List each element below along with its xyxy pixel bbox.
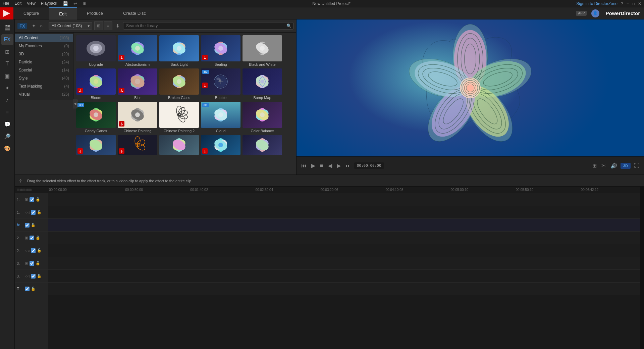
track-2-video-lock[interactable]: 🔓 <box>36 236 40 240</box>
track-1-video-checkbox[interactable] <box>30 197 34 202</box>
toolbar-icon-3[interactable]: ⚙ <box>83 1 87 6</box>
filter-particle[interactable]: Particle (24) <box>15 58 73 66</box>
menu-playback[interactable]: Playback <box>41 1 57 6</box>
3d-toggle[interactable]: 3D <box>621 163 631 169</box>
download-icon[interactable]: ⬇ <box>114 22 121 29</box>
effect-back-light[interactable]: Back Light <box>159 35 199 66</box>
effect-abstractionism[interactable]: Abstractionism <box>118 35 157 66</box>
effect-upgrade[interactable]: Upgrade <box>76 35 116 66</box>
effect-black-and-white[interactable]: Black and White <box>243 35 282 66</box>
top-section: FX ✦ ○ All Content (108) ▼ ⊞ ≡ ⬇ <box>15 19 644 174</box>
effect-row4-2[interactable] <box>118 135 157 155</box>
preview-end[interactable]: ⏭ <box>344 161 352 170</box>
filter-all-content[interactable]: All Content (108) <box>15 34 73 42</box>
sidebar-titles[interactable]: T <box>1 58 13 69</box>
track-1-video-lock[interactable]: 🔓 <box>36 197 40 202</box>
content-filter-dropdown[interactable]: All Content (108) <box>49 22 92 30</box>
sidebar-subtitle[interactable]: 💬 <box>1 119 13 130</box>
effect-row4-3[interactable] <box>159 135 199 155</box>
minimize-icon[interactable]: − <box>627 1 629 6</box>
track-3-video-row <box>48 257 640 270</box>
tab-edit[interactable]: Edit <box>49 7 76 19</box>
track-3-video-lock[interactable]: 🔓 <box>36 261 40 265</box>
effect-bloom[interactable]: Bloom <box>76 68 116 100</box>
menu-view[interactable]: View <box>27 1 36 6</box>
track-1-audio-lock[interactable]: 🔓 <box>37 210 42 214</box>
track-text-checkbox[interactable] <box>25 287 30 291</box>
sidebar-media[interactable]: 🎬 <box>1 22 13 33</box>
ruler-6: 00:05:00:10 <box>451 188 469 192</box>
vol-btn[interactable]: 🔊 <box>609 161 619 170</box>
effect-broken-glass[interactable]: Broken Glass <box>159 68 199 100</box>
filter-3d[interactable]: 3D (20) <box>15 50 73 58</box>
split-btn[interactable]: ✂ <box>600 161 607 170</box>
track-1-audio-checkbox[interactable] <box>31 210 36 215</box>
track-text-lock[interactable]: 🔓 <box>31 287 36 291</box>
effect-bubble[interactable]: 3D <box>201 68 240 100</box>
effect-chinese-painting[interactable]: Chinese Painting <box>118 102 157 133</box>
sidebar-panzoom[interactable]: 🔎 <box>1 131 13 142</box>
snap-btn[interactable]: ⊞ <box>591 161 598 170</box>
account-avatar[interactable]: 👤 <box>591 9 599 17</box>
effect-chinese-painting-2[interactable]: Chinese Painting 2 <box>159 102 199 133</box>
track-fx-lock[interactable]: 🔓 <box>31 223 36 227</box>
effect-row4-1[interactable] <box>76 135 116 155</box>
menu-edit[interactable]: Edit <box>14 1 21 6</box>
filter-collapse-btn[interactable]: ◀ <box>73 99 77 108</box>
effect-row4-5[interactable] <box>243 135 282 155</box>
track-3-audio-checkbox[interactable] <box>31 274 36 279</box>
help-icon[interactable]: ? <box>621 1 623 6</box>
tab-capture[interactable]: Capture <box>13 7 49 19</box>
filter-style[interactable]: Style (40) <box>15 74 73 82</box>
toolbar-icon-2[interactable]: ↩ <box>73 1 77 6</box>
track-2-audio-header: 2. ◁◁ 🔓 <box>15 244 48 257</box>
track-2-audio-checkbox[interactable] <box>31 248 36 253</box>
toolbar-icon-1[interactable]: 💾 <box>63 1 68 6</box>
preview-stop[interactable]: ■ <box>319 161 325 170</box>
grid-view-btn[interactable]: ⊞ <box>94 21 103 30</box>
preview-begin[interactable]: ⏮ <box>300 161 308 170</box>
track-2-video-checkbox[interactable] <box>30 236 34 240</box>
close-icon[interactable]: ✕ <box>638 1 641 6</box>
track-3-audio-header: 3. ◁◁ 🔓 <box>15 270 48 283</box>
tl-select-tool[interactable]: ⊹ <box>17 177 24 185</box>
fullscreen-btn[interactable]: ⛶ <box>633 161 641 170</box>
timeline-vscroll[interactable] <box>640 187 644 349</box>
tab-create-disc[interactable]: Create Disc <box>113 7 156 19</box>
filter-visual[interactable]: Visual (26) <box>15 90 73 98</box>
filter-label: All Content <box>19 36 39 40</box>
eraser-icon[interactable]: ○ <box>39 22 44 29</box>
preview-play[interactable]: ▶ <box>310 161 317 170</box>
preview-next-frame[interactable]: ▶ <box>335 161 342 170</box>
effect-row4-4[interactable] <box>201 135 240 155</box>
search-input[interactable] <box>123 22 293 30</box>
effect-color-balance[interactable]: Color Balance <box>243 102 282 133</box>
effect-cloud[interactable]: 3D <box>201 102 240 133</box>
filter-text-masking[interactable]: Text Masking (4) <box>15 82 73 90</box>
filter-my-favorites[interactable]: My Favorites (0) <box>15 42 73 50</box>
track-3-audio-lock[interactable]: 🔓 <box>37 274 42 278</box>
effect-candy-canes[interactable]: 3D <box>76 102 116 133</box>
wand-icon[interactable]: ✦ <box>31 22 37 29</box>
sign-in-link[interactable]: Sign in to DirectorZone <box>576 1 618 6</box>
sidebar-transitions[interactable]: ⊞ <box>1 46 13 57</box>
filter-special[interactable]: Special (14) <box>15 66 73 74</box>
list-view-btn[interactable]: ≡ <box>104 21 112 30</box>
sidebar-audio[interactable]: ♪ <box>1 95 13 105</box>
filter-label: Text Masking <box>19 84 42 89</box>
effect-bump-map[interactable]: Bump Map <box>243 68 282 100</box>
preview-prev-frame[interactable]: ◀ <box>327 161 333 170</box>
effect-blur[interactable]: Blur <box>118 68 157 100</box>
track-3-video-checkbox[interactable] <box>30 261 34 266</box>
sidebar-pip[interactable]: ▣ <box>1 70 13 81</box>
sidebar-chapter[interactable]: ≡ <box>1 107 13 117</box>
track-fx-checkbox[interactable] <box>25 223 30 228</box>
sidebar-fx[interactable]: FX <box>1 34 13 45</box>
sidebar-color[interactable]: 🎨 <box>1 143 13 154</box>
tab-produce[interactable]: Produce <box>77 7 113 19</box>
menu-file[interactable]: File <box>3 1 9 6</box>
maximize-icon[interactable]: □ <box>632 1 635 6</box>
sidebar-particles[interactable]: ✦ <box>1 83 13 93</box>
track-2-audio-lock[interactable]: 🔓 <box>37 248 42 253</box>
effect-beating[interactable]: Beating <box>201 35 240 66</box>
